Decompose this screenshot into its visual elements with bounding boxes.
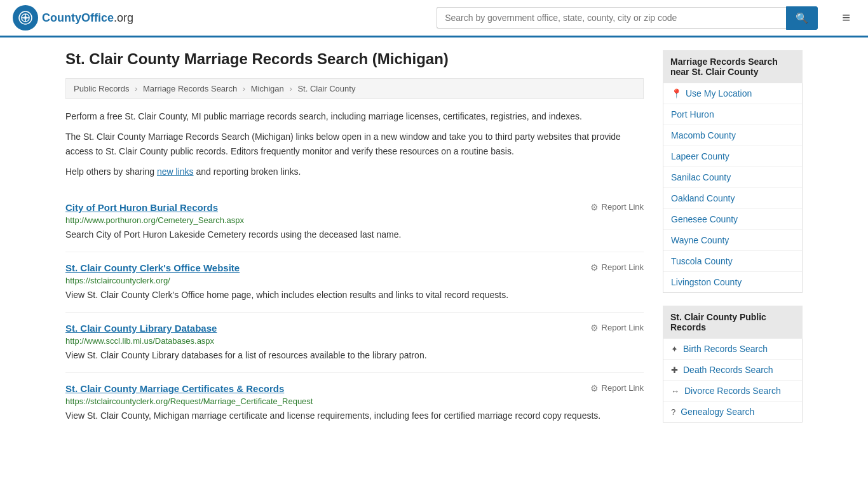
divorce-icon: ↔ bbox=[671, 386, 679, 396]
record-url-3: https://stclaircountyclerk.org/Request/M… bbox=[65, 396, 644, 406]
main-container: St. Clair County Marriage Records Search… bbox=[53, 37, 815, 448]
report-label-1: Report Link bbox=[602, 262, 644, 272]
record-entry-3: St. Clair County Marriage Certificates &… bbox=[65, 373, 644, 433]
breadcrumb-marriage-records[interactable]: Marriage Records Search bbox=[143, 84, 237, 93]
logo-main: CountyOffice bbox=[42, 11, 114, 24]
pr-genealogy[interactable]: ? Genealogy Search bbox=[663, 402, 802, 422]
breadcrumb-michigan[interactable]: Michigan bbox=[251, 84, 284, 93]
intro-paragraph: Perform a free St. Clair County, MI publ… bbox=[65, 109, 644, 123]
search-input[interactable] bbox=[437, 7, 786, 29]
nearby-list: 📍 Use My Location Port Huron Macomb Coun… bbox=[663, 83, 803, 293]
link-macomb[interactable]: Macomb County bbox=[671, 130, 736, 140]
sidebar: Marriage Records Search near St. Clair C… bbox=[663, 50, 803, 435]
use-my-location-link[interactable]: Use My Location bbox=[686, 88, 752, 98]
breadcrumb-sep-2: › bbox=[243, 84, 245, 93]
search-bar: 🔍 bbox=[437, 6, 818, 30]
link-lapeer[interactable]: Lapeer County bbox=[671, 151, 729, 161]
report-link-3[interactable]: ⚙ Report Link bbox=[590, 383, 644, 393]
hamburger-icon: ≡ bbox=[842, 10, 850, 25]
location-item: 📍 Use My Location bbox=[671, 88, 794, 98]
link-port-huron[interactable]: Port Huron bbox=[671, 109, 714, 119]
nearby-tuscola[interactable]: Tuscola County bbox=[663, 251, 802, 272]
nearby-livingston[interactable]: Livingston County bbox=[663, 272, 802, 292]
logo-suffix: .org bbox=[114, 11, 133, 24]
site-header: CountyOffice.org 🔍 ≡ bbox=[0, 0, 868, 37]
report-icon-2: ⚙ bbox=[590, 323, 599, 333]
location-pin-icon: 📍 bbox=[671, 88, 682, 98]
death-records-link[interactable]: Death Records Search bbox=[683, 365, 773, 375]
breadcrumb-st-clair[interactable]: St. Clair County bbox=[297, 84, 355, 93]
content-area: St. Clair County Marriage Records Search… bbox=[65, 50, 644, 435]
birth-icon: ✦ bbox=[671, 344, 678, 354]
report-link-0[interactable]: ⚙ Report Link bbox=[590, 202, 644, 212]
record-entry-2: St. Clair County Library Database ⚙ Repo… bbox=[65, 313, 644, 373]
birth-records-link[interactable]: Birth Records Search bbox=[683, 344, 768, 354]
report-icon-0: ⚙ bbox=[590, 202, 599, 212]
nearby-port-huron[interactable]: Port Huron bbox=[663, 104, 802, 125]
nearby-lapeer[interactable]: Lapeer County bbox=[663, 146, 802, 167]
record-desc-2: View St. Clair County Library databases … bbox=[65, 349, 644, 362]
public-records-title: St. Clair County Public Records bbox=[663, 306, 803, 339]
new-links[interactable]: new links bbox=[157, 166, 194, 177]
pr-birth-records[interactable]: ✦ Birth Records Search bbox=[663, 339, 802, 360]
record-desc-3: View St. Clair County, Michigan marriage… bbox=[65, 409, 644, 423]
help-paragraph: Help others by sharing new links and rep… bbox=[65, 165, 644, 179]
record-header-3: St. Clair County Marriage Certificates &… bbox=[65, 383, 644, 394]
breadcrumb: Public Records › Marriage Records Search… bbox=[65, 78, 644, 99]
record-header-2: St. Clair County Library Database ⚙ Repo… bbox=[65, 323, 644, 334]
genealogy-icon: ? bbox=[671, 407, 675, 417]
nearby-section: Marriage Records Search near St. Clair C… bbox=[663, 50, 803, 293]
record-url-2: http://www.sccl.lib.mi.us/Databases.aspx bbox=[65, 336, 644, 346]
report-label-0: Report Link bbox=[602, 202, 644, 212]
menu-button[interactable]: ≡ bbox=[837, 7, 855, 29]
breadcrumb-public-records[interactable]: Public Records bbox=[74, 84, 129, 93]
link-livingston[interactable]: Livingston County bbox=[671, 277, 742, 287]
report-label-2: Report Link bbox=[602, 323, 644, 332]
record-header-1: St. Clair County Clerk's Office Website … bbox=[65, 262, 644, 273]
breadcrumb-sep-1: › bbox=[135, 84, 137, 93]
genealogy-link[interactable]: Genealogy Search bbox=[681, 407, 754, 417]
record-entry-0: City of Port Huron Burial Records ⚙ Repo… bbox=[65, 192, 644, 252]
public-records-list: ✦ Birth Records Search ✚ Death Records S… bbox=[663, 339, 803, 423]
record-desc-1: View St. Clair County Clerk's Office hom… bbox=[65, 288, 644, 302]
link-wayne[interactable]: Wayne County bbox=[671, 235, 729, 245]
record-url-1: https://stclaircountyclerk.org/ bbox=[65, 276, 644, 285]
report-icon-1: ⚙ bbox=[590, 262, 599, 273]
nearby-macomb[interactable]: Macomb County bbox=[663, 125, 802, 146]
use-my-location-item[interactable]: 📍 Use My Location bbox=[663, 83, 802, 104]
link-genesee[interactable]: Genesee County bbox=[671, 214, 738, 224]
record-header-0: City of Port Huron Burial Records ⚙ Repo… bbox=[65, 202, 644, 213]
help-suffix: and reporting broken links. bbox=[194, 166, 301, 177]
record-title-1[interactable]: St. Clair County Clerk's Office Website bbox=[65, 262, 240, 273]
nearby-genesee[interactable]: Genesee County bbox=[663, 209, 802, 230]
search-button[interactable]: 🔍 bbox=[786, 6, 818, 30]
divorce-records-link[interactable]: Divorce Records Search bbox=[684, 386, 781, 396]
breadcrumb-sep-3: › bbox=[289, 84, 292, 93]
record-title-0[interactable]: City of Port Huron Burial Records bbox=[65, 202, 218, 213]
link-sanilac[interactable]: Sanilac County bbox=[671, 172, 731, 182]
logo[interactable]: CountyOffice.org bbox=[13, 5, 133, 30]
record-desc-0: Search City of Port Huron Lakeside Cemet… bbox=[65, 228, 644, 241]
report-link-2[interactable]: ⚙ Report Link bbox=[590, 323, 644, 333]
record-title-3[interactable]: St. Clair County Marriage Certificates &… bbox=[65, 383, 284, 394]
nearby-wayne[interactable]: Wayne County bbox=[663, 230, 802, 251]
search-icon: 🔍 bbox=[796, 13, 808, 24]
link-oakland[interactable]: Oakland County bbox=[671, 193, 735, 203]
logo-text: CountyOffice.org bbox=[42, 11, 133, 25]
record-url-0: http://www.porthuron.org/Cemetery_Search… bbox=[65, 215, 644, 225]
report-icon-3: ⚙ bbox=[590, 383, 599, 393]
link-tuscola[interactable]: Tuscola County bbox=[671, 256, 733, 266]
nearby-sanilac[interactable]: Sanilac County bbox=[663, 167, 802, 188]
logo-icon bbox=[13, 5, 38, 30]
report-link-1[interactable]: ⚙ Report Link bbox=[590, 262, 644, 273]
death-icon: ✚ bbox=[671, 365, 678, 375]
public-records-section: St. Clair County Public Records ✦ Birth … bbox=[663, 306, 803, 423]
page-title: St. Clair County Marriage Records Search… bbox=[65, 50, 644, 68]
records-list: City of Port Huron Burial Records ⚙ Repo… bbox=[65, 192, 644, 433]
pr-death-records[interactable]: ✚ Death Records Search bbox=[663, 360, 802, 381]
record-title-2[interactable]: St. Clair County Library Database bbox=[65, 323, 217, 334]
svg-point-3 bbox=[24, 16, 27, 20]
pr-divorce-records[interactable]: ↔ Divorce Records Search bbox=[663, 381, 802, 402]
nearby-oakland[interactable]: Oakland County bbox=[663, 188, 802, 209]
secondary-paragraph: The St. Clair County Marriage Records Se… bbox=[65, 130, 644, 158]
